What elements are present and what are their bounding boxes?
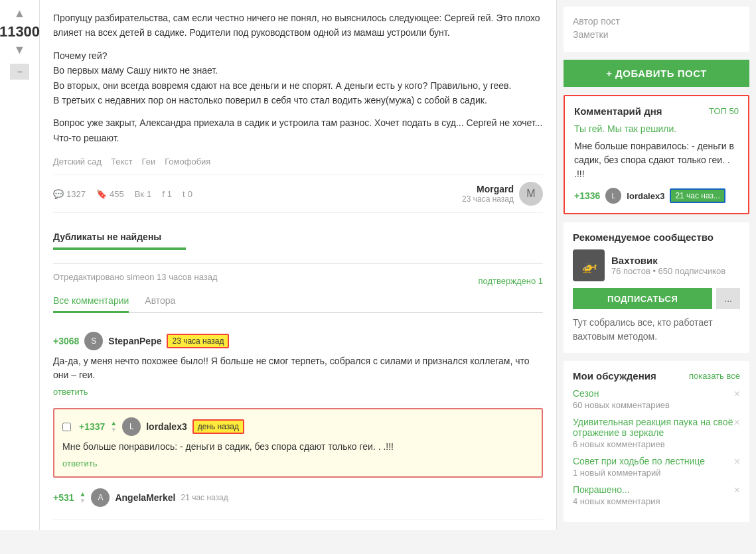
discussions-title: Мои обсуждения (573, 370, 656, 381)
comment-1-header: +3068 S StepanPepe 23 часа назад (53, 332, 543, 350)
post-footer: 💬 1327 🔖 455 Вк 1 f 1 t 0 (53, 174, 543, 213)
tag-gei[interactable]: Геи (142, 157, 156, 167)
comment-day-box: Комментарий дня ТОП 50 Ты гей. Мы так ре… (564, 95, 749, 214)
comment-day-text: Мне больше понравилось: - деньги в садик… (574, 139, 739, 181)
comment-3-score: +531 (53, 492, 74, 503)
fb-stat: f 1 (162, 189, 172, 199)
comment-1-text: Да-да, у меня нечто похожее было!! Я бол… (53, 354, 543, 382)
add-post-button[interactable]: + ДОБАВИТЬ ПОСТ (564, 60, 749, 87)
notes-title: Заметки (573, 29, 740, 40)
comment-2-time: день назад (192, 419, 244, 434)
score-down-arrow[interactable]: ▼ (14, 43, 26, 57)
comments-list: +3068 S StepanPepe 23 часа назад Да-да, … (53, 324, 543, 519)
duplicates-section: Дубликаты не найдены (53, 224, 543, 264)
discussion-close-3[interactable]: × (734, 456, 740, 468)
community-avatar: 🚁 (573, 249, 605, 281)
author-time: 23 часа назад (462, 194, 514, 204)
post-stats: 💬 1327 🔖 455 Вк 1 f 1 t 0 (53, 189, 462, 199)
discussion-item-1: × Сезон 60 новых комментариев (573, 388, 740, 410)
cd-score: +1336 (574, 190, 600, 201)
cd-time: 21 час наз... (670, 188, 725, 203)
comment-3-avatar: A (91, 488, 110, 507)
comment-2-author[interactable]: lordalex3 (146, 421, 187, 432)
notes-section: Автор пост Заметки (564, 7, 749, 52)
discussion-close-1[interactable]: × (734, 388, 740, 400)
vk-stat: Вк 1 (135, 189, 152, 199)
comment-1-score: +3068 (53, 336, 79, 346)
tab-author-comments[interactable]: Автора (145, 290, 175, 313)
post-paragraph-3: Вопрос уже закрыт, Александра приехала в… (53, 115, 543, 145)
comment-1-avatar: S (84, 332, 103, 350)
comment-day-header: Комментарий дня ТОП 50 (574, 105, 739, 117)
discussion-item-4: × Покрашено... 4 новых комментария (573, 484, 740, 506)
comment-3: +531 ▲ ▼ A AngelaMerkel 21 час назад (53, 480, 543, 519)
comment-1-time: 23 часа назад (167, 334, 229, 348)
comments-tabs: Все комментарии Автора (53, 290, 543, 313)
tag-gomofobiya[interactable]: Гомофобия (165, 157, 210, 167)
discussion-close-2[interactable]: × (734, 417, 740, 429)
community-desc: Тут собрались все, кто работает вахтовым… (573, 316, 740, 344)
comment-2-text: Мне больше понравилось: - деньги в садик… (62, 440, 534, 454)
fb-icon: f (162, 189, 165, 199)
comment-day-title: Комментарий дня (574, 105, 662, 117)
author-name[interactable]: Morgard (462, 184, 514, 194)
discussion-link-2[interactable]: Удивительная реакция паука на своё отраж… (573, 417, 740, 438)
comment-1: +3068 S StepanPepe 23 часа назад Да-да, … (53, 324, 543, 405)
post-paragraph-1: Пропущу разбирательства, сам если честно… (53, 11, 543, 40)
community-name[interactable]: Вахтовик (611, 255, 725, 266)
discussion-close-4[interactable]: × (734, 484, 740, 496)
comment-3-author[interactable]: AngelaMerkel (115, 492, 175, 503)
discussion-count-3: 1 новый комментарий (573, 468, 740, 478)
comment-3-header: +531 ▲ ▼ A AngelaMerkel 21 час назад (53, 488, 543, 507)
comments-count: 1327 (66, 189, 86, 199)
comment-2-header: +1337 ▲ ▼ L lordalex3 день назад (62, 417, 534, 436)
recommended-title: Рекомендуемое сообщество (573, 232, 740, 243)
top50-link[interactable]: ТОП 50 (709, 106, 739, 116)
comment-icon: 💬 (53, 189, 64, 199)
comment-1-reply[interactable]: ответить (53, 387, 88, 397)
discussions-box: Мои обсуждения показать все × Сезон 60 н… (564, 361, 749, 522)
discussions-header: Мои обсуждения показать все (573, 370, 740, 381)
vk-count: 1 (147, 189, 151, 199)
cd-author[interactable]: lordalex3 (627, 191, 664, 201)
discussion-link-4[interactable]: Покрашено... (573, 484, 740, 495)
tw-count: 0 (188, 189, 192, 199)
duplicates-title: Дубликаты не найдены (53, 232, 543, 242)
comments-stat: 💬 1327 (53, 189, 86, 199)
recommended-box: Рекомендуемое сообщество 🚁 Вахтовик 76 п… (564, 222, 749, 353)
discussion-link-3[interactable]: Совет при ходьбе по лестнице (573, 456, 740, 466)
score-minus-button[interactable]: − (10, 64, 29, 80)
discussion-count-4: 4 новых комментария (573, 496, 740, 506)
comment-2-checkbox[interactable] (62, 423, 71, 431)
discussion-item-2: × Удивительная реакция паука на своё отр… (573, 417, 740, 449)
comment-1-author[interactable]: StepanPepe (108, 336, 161, 346)
show-all-link[interactable]: показать все (689, 371, 740, 381)
comment-day-footer: +1336 L lordalex3 21 час наз... (574, 188, 739, 204)
tag-tekst[interactable]: Текст (111, 157, 133, 167)
comment-3-time: 21 час назад (181, 493, 228, 502)
duplicate-line (53, 247, 186, 250)
subscribe-button[interactable]: ПОДПИСАТЬСЯ (573, 288, 712, 309)
fb-count: 1 (167, 189, 172, 199)
discussion-link-1[interactable]: Сезон (573, 388, 740, 399)
comment-2-avatar: L (122, 417, 141, 436)
author-avatar: M (519, 182, 543, 206)
confirmed-label: подтверждено 1 (478, 276, 543, 286)
tag-detsky-sad[interactable]: Детский сад (53, 157, 102, 167)
discussion-item-3: × Совет при ходьбе по лестнице 1 новый к… (573, 456, 740, 478)
score-up-arrow[interactable]: ▲ (14, 7, 26, 21)
vote-down-2[interactable]: ▼ (110, 427, 117, 433)
bookmarks-count: 455 (110, 189, 124, 199)
comment-2-reply[interactable]: ответить (62, 458, 97, 468)
more-button[interactable]: ... (716, 288, 740, 309)
post-body: Пропущу разбирательства, сам если честно… (53, 11, 543, 145)
vote-arrows-3: ▲ ▼ (80, 491, 86, 504)
comment-2-score: +1337 (79, 421, 105, 432)
community-stats: 76 постов • 650 подписчиков (611, 266, 725, 276)
edit-author-link[interactable]: simeon (127, 272, 155, 282)
comment-day-quote[interactable]: Ты гей. Мы так решили. (574, 123, 739, 134)
tab-all-comments[interactable]: Все комментарии (53, 290, 129, 313)
post-paragraph-2: Почему гей?Во первых маму Сашу никто не … (53, 48, 543, 108)
vote-down-3[interactable]: ▼ (80, 498, 86, 504)
edit-info: Отредактировано simeon 13 часов назад (53, 272, 218, 282)
